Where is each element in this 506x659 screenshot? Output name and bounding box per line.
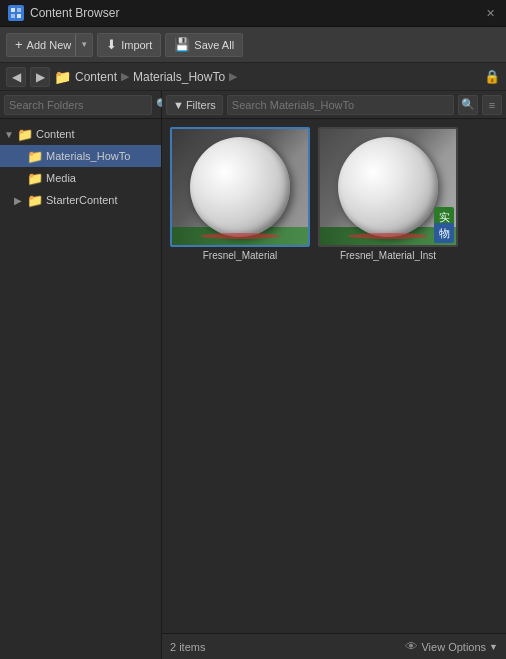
import-button[interactable]: ⬇ Import — [97, 33, 161, 57]
content-panel: ▼ Filters 🔍 ≡ Fresnel_Materia — [162, 91, 506, 659]
import-label: Import — [121, 39, 152, 51]
sphere-2 — [338, 137, 438, 237]
thumbnail-bg-1 — [172, 129, 308, 245]
import-icon: ⬇ — [106, 37, 117, 52]
breadcrumb-bar: ◀ ▶ 📁 Content ▶ Materials_HowTo ▶ 🔒 — [0, 63, 506, 91]
folder-panel: 🔍 ▼ 📁 Content 📁 Materials_HowTo 📁 Media — [0, 91, 162, 659]
expand-arrow-4: ▶ — [14, 195, 24, 206]
search-icon: 🔍 — [461, 98, 475, 111]
add-new-button[interactable]: + Add New ▼ — [6, 33, 93, 57]
content-search-input[interactable] — [227, 95, 454, 115]
view-options-label: View Options — [421, 641, 486, 653]
expand-arrow: ▼ — [4, 129, 14, 140]
folder-icon-4: 📁 — [27, 193, 43, 208]
save-icon: 💾 — [174, 37, 190, 52]
content-search-button[interactable]: 🔍 — [458, 95, 478, 115]
type-badge: 物 — [434, 223, 454, 243]
breadcrumb-current[interactable]: Materials_HowTo — [133, 70, 225, 84]
folder-label-content: Content — [36, 128, 75, 140]
save-all-label: Save All — [194, 39, 234, 51]
close-button[interactable]: ✕ — [482, 5, 498, 21]
folder-label-materials: Materials_HowTo — [46, 150, 130, 162]
breadcrumb-root[interactable]: Content — [75, 70, 117, 84]
toolbar: + Add New ▼ ⬇ Import 💾 Save All — [0, 27, 506, 63]
filter-icon: ▼ — [173, 99, 184, 111]
asset-item-fresnel-material[interactable]: Fresnel_Material — [170, 127, 310, 261]
svg-rect-3 — [17, 14, 21, 18]
folder-search-bar: 🔍 — [0, 91, 161, 119]
folder-tree-item-starter[interactable]: ▶ 📁 StarterContent — [0, 189, 161, 211]
asset-item-fresnel-material-inst[interactable]: 实 物 Fresnel_Material_Inst — [318, 127, 458, 261]
breadcrumb-separator: ▶ — [121, 70, 129, 83]
folder-icon: 📁 — [17, 127, 33, 142]
folder-tree-item-materials[interactable]: 📁 Materials_HowTo — [0, 145, 161, 167]
item-count: 2 items — [170, 641, 205, 653]
folder-icon-2: 📁 — [27, 149, 43, 164]
asset-name-2: Fresnel_Material_Inst — [340, 250, 436, 261]
asset-name-1: Fresnel_Material — [203, 250, 277, 261]
add-new-label: Add New — [27, 39, 72, 51]
view-options-arrow: ▼ — [489, 642, 498, 652]
folder-label-starter: StarterContent — [46, 194, 118, 206]
titlebar-text: Content Browser — [30, 6, 119, 20]
titlebar: Content Browser ✕ — [0, 0, 506, 27]
asset-thumbnail-2: 实 物 — [318, 127, 458, 247]
titlebar-icon — [8, 5, 24, 21]
asset-thumbnail-1 — [170, 127, 310, 247]
main-panel: 🔍 ▼ 📁 Content 📁 Materials_HowTo 📁 Media — [0, 91, 506, 659]
svg-rect-2 — [11, 14, 15, 18]
forward-button[interactable]: ▶ — [30, 67, 50, 87]
content-options-button[interactable]: ≡ — [482, 95, 502, 115]
breadcrumb-folder-icon: 📁 — [54, 69, 71, 85]
folder-tree: ▼ 📁 Content 📁 Materials_HowTo 📁 Media ▶ … — [0, 119, 161, 659]
eye-icon: 👁 — [405, 639, 418, 654]
lock-icon[interactable]: 🔒 — [484, 69, 500, 84]
thumbnail-bg-2: 实 物 — [320, 129, 456, 245]
svg-rect-1 — [17, 8, 21, 12]
folder-tree-item-media[interactable]: 📁 Media — [0, 167, 161, 189]
filters-button[interactable]: ▼ Filters — [166, 95, 223, 115]
svg-rect-0 — [11, 8, 15, 12]
back-button[interactable]: ◀ — [6, 67, 26, 87]
statusbar: 2 items 👁 View Options ▼ — [162, 633, 506, 659]
options-icon: ≡ — [489, 99, 495, 111]
add-new-dropdown-arrow[interactable]: ▼ — [75, 34, 88, 56]
content-toolbar: ▼ Filters 🔍 ≡ — [162, 91, 506, 119]
folder-tree-item-content[interactable]: ▼ 📁 Content — [0, 123, 161, 145]
sphere-1 — [190, 137, 290, 237]
view-options-button[interactable]: 👁 View Options ▼ — [405, 639, 498, 654]
breadcrumb-separator-2: ▶ — [229, 70, 237, 83]
filters-label: Filters — [186, 99, 216, 111]
add-icon: + — [15, 37, 23, 52]
folder-search-input[interactable] — [4, 95, 152, 115]
folder-label-media: Media — [46, 172, 76, 184]
folder-icon-3: 📁 — [27, 171, 43, 186]
asset-grid: Fresnel_Material 实 物 Fresnel_Material_In… — [162, 119, 506, 633]
save-all-button[interactable]: 💾 Save All — [165, 33, 243, 57]
